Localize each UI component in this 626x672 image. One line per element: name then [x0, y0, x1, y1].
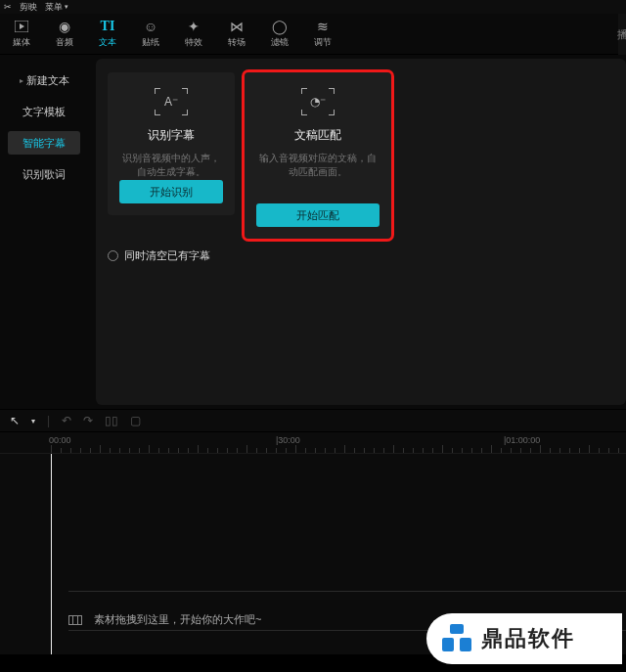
watermark-logo-icon [440, 622, 473, 655]
tool-adjust[interactable]: ≋ 调节 [301, 14, 344, 55]
tool-label: 音频 [56, 36, 73, 49]
timeline-ruler[interactable]: 00:00 |30:00 |01:00:00 [0, 432, 626, 454]
card-match-script: ◔⁻ 文稿匹配 输入音视频对应的文稿，自动匹配画面。 开始匹配 [245, 72, 391, 239]
card-description: 识别音视频中的人声，自动生成字幕。 [119, 152, 223, 179]
tool-label: 贴纸 [142, 36, 159, 49]
caret-icon: ▸ [20, 76, 23, 85]
text-icon: TI [101, 19, 115, 34]
chevron-down-icon: ▾ [65, 3, 68, 11]
sidebar-item-label: 文字模板 [22, 105, 66, 119]
tool-label: 转场 [228, 36, 246, 49]
main-toolbar: 媒体 ◉ 音频 TI 文本 ☺ 贴纸 ✦ 特效 ⋈ 转场 ◯ 滤镜 ≋ 调节 [0, 14, 626, 55]
media-icon [15, 19, 28, 34]
svg-rect-3 [442, 638, 454, 651]
watermark-text: 鼎品软件 [481, 624, 575, 653]
audio-icon: ◉ [59, 19, 70, 34]
tool-filter[interactable]: ◯ 滤镜 [258, 14, 301, 55]
separator: | [47, 414, 50, 427]
sidebar-item-label: 识别歌词 [22, 167, 66, 182]
menu-label: 菜单 [45, 1, 63, 14]
sidebar-item-template[interactable]: 文字模板 [8, 100, 80, 123]
sidebar-item-lyrics[interactable]: 识别歌词 [8, 162, 80, 186]
effects-icon: ✦ [188, 19, 200, 34]
content-panel: A⁻ 识别字幕 识别音视频中的人声，自动生成字幕。 开始识别 ◔⁻ 文稿匹配 输… [96, 59, 626, 405]
tool-transition[interactable]: ⋈ 转场 [215, 14, 258, 55]
tool-media[interactable]: 媒体 [0, 14, 43, 55]
match-icon: ◔⁻ [301, 88, 335, 115]
pointer-dropdown[interactable]: ▾ [31, 417, 35, 426]
card-title: 文稿匹配 [294, 127, 341, 144]
tool-audio[interactable]: ◉ 音频 [43, 14, 86, 55]
adjust-icon: ≋ [317, 19, 329, 34]
start-recognize-button[interactable]: 开始识别 [119, 180, 223, 203]
sidebar-item-label: 新建文本 [26, 73, 69, 88]
filter-icon: ◯ [272, 19, 288, 34]
split-button[interactable]: ▯▯ [105, 414, 118, 427]
film-icon [68, 615, 82, 625]
tool-text[interactable]: TI 文本 [86, 14, 129, 55]
svg-rect-2 [450, 624, 464, 634]
app-name: 剪映 [20, 1, 37, 14]
cards-row: A⁻ 识别字幕 识别音视频中的人声，自动生成字幕。 开始识别 ◔⁻ 文稿匹配 输… [108, 72, 614, 239]
delete-button[interactable]: ▢ [130, 414, 141, 427]
app-logo: ✂ [4, 2, 12, 12]
tool-label: 媒体 [13, 36, 30, 49]
right-panel-tab[interactable]: 播 [618, 14, 626, 55]
subtitle-icon: A⁻ [155, 88, 188, 115]
tool-label: 特效 [185, 36, 202, 49]
sticker-icon: ☺ [144, 19, 157, 34]
card-title: 识别字幕 [148, 127, 195, 144]
svg-rect-4 [460, 638, 471, 651]
redo-button[interactable]: ↷ [83, 414, 93, 427]
tool-sticker[interactable]: ☺ 贴纸 [129, 14, 172, 55]
sidebar-item-smart-subtitle[interactable]: 智能字幕 [8, 131, 80, 155]
start-match-button[interactable]: 开始匹配 [256, 203, 380, 227]
tool-label: 调节 [314, 36, 332, 49]
titlebar: ✂ 剪映 菜单 ▾ [0, 0, 626, 14]
track-divider [68, 591, 626, 592]
transition-icon: ⋈ [230, 19, 244, 34]
hint-text: 素材拖拽到这里，开始你的大作吧~ [94, 612, 261, 627]
card-description: 输入音视频对应的文稿，自动匹配画面。 [256, 152, 380, 179]
undo-button[interactable]: ↶ [62, 414, 71, 427]
tool-label: 滤镜 [271, 36, 289, 49]
card-recognize-subtitle: A⁻ 识别字幕 识别音视频中的人声，自动生成字幕。 开始识别 [108, 72, 235, 215]
tool-label: 文本 [99, 36, 116, 49]
sidebar-item-label: 智能字幕 [22, 136, 66, 151]
clear-subtitles-option[interactable]: 同时清空已有字幕 [108, 248, 614, 263]
menu-dropdown[interactable]: 菜单 ▾ [45, 1, 68, 14]
empty-timeline-hint: 素材拖拽到这里，开始你的大作吧~ [68, 612, 261, 627]
sidebar-item-new-text[interactable]: ▸ 新建文本 [8, 68, 80, 92]
radio-icon [108, 250, 118, 261]
svg-marker-1 [20, 23, 24, 29]
ruler-mark: |30:00 [276, 435, 300, 445]
text-sidebar: ▸ 新建文本 文字模板 智能字幕 识别歌词 [0, 59, 88, 405]
pointer-tool[interactable]: ↖ [10, 414, 20, 427]
timeline-toolbar: ↖ ▾ | ↶ ↷ ▯▯ ▢ [0, 409, 626, 432]
tool-effects[interactable]: ✦ 特效 [172, 14, 215, 55]
checkbox-label: 同时清空已有字幕 [124, 248, 210, 263]
workspace: ▸ 新建文本 文字模板 智能字幕 识别歌词 A⁻ 识别字幕 识别音视频中的人声，… [0, 55, 626, 409]
playhead[interactable] [51, 454, 52, 654]
watermark: 鼎品软件 [426, 613, 622, 664]
ruler-mark: |01:00:00 [504, 435, 540, 445]
ruler-mark: 00:00 [49, 435, 71, 445]
